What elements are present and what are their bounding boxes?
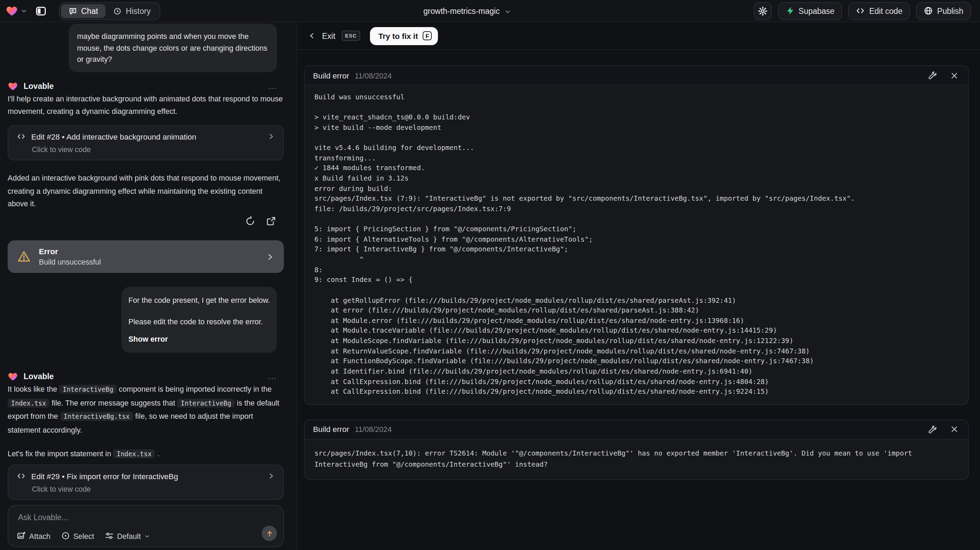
wrench-icon bbox=[928, 71, 937, 80]
tab-chat-label: Chat bbox=[81, 6, 98, 15]
error-workspace: Exit ESC Try to fix it F Build error 11/… bbox=[297, 22, 980, 550]
project-name: growth-metrics-magic bbox=[423, 7, 500, 15]
settings-button[interactable] bbox=[753, 2, 772, 20]
lovable-app: Chat History growth-metrics-magic bbox=[0, 0, 980, 550]
chat-panel: maybe diagramming points and when you mo… bbox=[0, 22, 297, 550]
chat-bubble-icon bbox=[69, 6, 77, 15]
build-error-card-1: Build error 11/08/2024 Build was un bbox=[304, 65, 969, 405]
history-clock-icon bbox=[113, 6, 122, 15]
assistant-intro-text: I'll help create an interactive backgrou… bbox=[8, 92, 284, 117]
rotate-ccw-icon bbox=[245, 216, 255, 226]
build-error-date: 11/08/2024 bbox=[355, 426, 392, 434]
chevron-down-icon bbox=[504, 8, 511, 14]
build-error-banner[interactable]: Error Build unsuccessful bbox=[8, 240, 284, 273]
user-error-line-2: Please edit the code to resolve the erro… bbox=[129, 316, 270, 327]
edit-card-29[interactable]: Edit #29 • Fix import error for Interact… bbox=[8, 465, 284, 500]
tab-history-label: History bbox=[126, 6, 151, 15]
fix-with-tool-button[interactable] bbox=[927, 70, 938, 81]
edit-card-subtitle: Click to view code bbox=[32, 145, 275, 153]
warning-triangle-icon bbox=[18, 250, 30, 263]
open-preview-button[interactable] bbox=[264, 215, 277, 227]
publish-button[interactable]: Publish bbox=[916, 2, 971, 20]
chevron-down-icon bbox=[144, 533, 150, 539]
chat-composer[interactable]: Ask Lovable... Attach Select bbox=[8, 505, 284, 547]
message-menu-button[interactable]: ... bbox=[268, 81, 277, 91]
send-button[interactable] bbox=[262, 526, 277, 541]
chevron-down-icon bbox=[21, 8, 27, 14]
close-button[interactable] bbox=[949, 70, 960, 81]
chat-history-switcher: Chat History bbox=[59, 2, 160, 20]
sliders-icon bbox=[105, 531, 113, 540]
inline-code: Index.tsx bbox=[113, 449, 155, 458]
composer-placeholder: Ask Lovable... bbox=[18, 513, 68, 521]
fix-with-tool-button[interactable] bbox=[927, 424, 938, 435]
assistant-message-header: Lovable ... bbox=[8, 370, 277, 383]
close-icon bbox=[950, 426, 958, 434]
tab-chat[interactable]: Chat bbox=[61, 4, 106, 18]
topbar-actions: Supabase Edit code Publish bbox=[753, 2, 971, 20]
user-message-text: maybe diagramming points and when you mo… bbox=[77, 32, 267, 63]
build-error-title: Build error bbox=[313, 71, 349, 80]
select-button[interactable]: Select bbox=[61, 531, 94, 540]
select-label: Select bbox=[73, 532, 94, 540]
code-brackets-icon bbox=[17, 132, 26, 141]
exit-button[interactable]: Exit ESC bbox=[308, 30, 360, 41]
model-label: Default bbox=[117, 532, 140, 540]
edit-code-button[interactable]: Edit code bbox=[848, 2, 910, 20]
code-brackets-icon bbox=[17, 472, 26, 481]
project-switcher[interactable]: growth-metrics-magic bbox=[423, 0, 511, 22]
globe-icon bbox=[924, 6, 933, 15]
restore-button[interactable] bbox=[243, 215, 256, 227]
publish-label: Publish bbox=[937, 6, 963, 15]
esc-key-badge: ESC bbox=[342, 30, 360, 41]
inline-code: InteractiveBg.tsx bbox=[60, 412, 133, 421]
build-error-header: Build error 11/08/2024 bbox=[305, 66, 968, 85]
attach-button[interactable]: Attach bbox=[17, 531, 50, 540]
error-banner-title: Error bbox=[39, 247, 101, 255]
supabase-bolt-icon bbox=[785, 6, 794, 15]
target-select-icon bbox=[61, 531, 70, 540]
try-to-fix-button[interactable]: Try to fix it F bbox=[370, 27, 438, 45]
message-actions bbox=[243, 215, 277, 227]
inline-code: Index.tsx bbox=[8, 398, 49, 407]
panel-left-icon bbox=[35, 5, 46, 16]
model-selector[interactable]: Default bbox=[105, 531, 150, 540]
edit-code-label: Edit code bbox=[869, 6, 903, 15]
chevron-left-icon bbox=[308, 32, 316, 40]
user-error-request-bubble: For the code present, I get the error be… bbox=[121, 287, 277, 353]
show-error-link[interactable]: Show error bbox=[129, 333, 270, 345]
assistant-summary-text: Added an interactive background with pin… bbox=[8, 172, 284, 210]
supabase-label: Supabase bbox=[799, 6, 835, 15]
lovable-heart-logo-icon bbox=[6, 5, 18, 17]
supabase-button[interactable]: Supabase bbox=[778, 2, 842, 20]
build-error-date: 11/08/2024 bbox=[355, 71, 392, 80]
edit-card-subtitle: Click to view code bbox=[32, 485, 275, 493]
edit-card-28[interactable]: Edit #28 • Add interactive background an… bbox=[8, 125, 284, 160]
f-key-badge: F bbox=[423, 31, 432, 40]
topbar: Chat History growth-metrics-magic bbox=[0, 0, 980, 22]
external-link-icon bbox=[266, 216, 276, 226]
attach-image-icon bbox=[17, 531, 26, 540]
fix-toolbar: Exit ESC Try to fix it F bbox=[297, 22, 980, 50]
tab-history[interactable]: History bbox=[106, 4, 159, 18]
try-fix-label: Try to fix it bbox=[378, 32, 418, 40]
message-menu-button[interactable]: ... bbox=[268, 371, 277, 381]
assistant-name: Lovable bbox=[24, 82, 54, 90]
typescript-error-output: src/pages/Index.tsx(7,10): error TS2614:… bbox=[305, 440, 968, 479]
inline-code: InteractiveBg bbox=[177, 398, 235, 407]
edit-card-title: Edit #28 • Add interactive background an… bbox=[31, 132, 196, 140]
user-error-line-1: For the code present, I get the error be… bbox=[129, 295, 270, 306]
user-message-bubble: maybe diagramming points and when you mo… bbox=[69, 24, 277, 72]
code-brackets-icon bbox=[856, 6, 865, 15]
close-icon bbox=[950, 71, 958, 80]
wrench-icon bbox=[928, 425, 937, 434]
sidebar-toggle-button[interactable] bbox=[33, 2, 49, 19]
inline-code: InteractiveBg bbox=[59, 385, 117, 394]
assistant-fix-line: Let's fix the import statement in Index.… bbox=[8, 447, 284, 461]
build-error-title: Build error bbox=[313, 426, 349, 434]
close-button[interactable] bbox=[949, 424, 960, 435]
chevron-right-icon bbox=[266, 252, 274, 261]
build-error-card-2: Build error 11/08/2024 src/pages/In bbox=[304, 419, 969, 480]
chevron-right-icon bbox=[267, 132, 275, 140]
logo-menu[interactable] bbox=[6, 5, 27, 17]
